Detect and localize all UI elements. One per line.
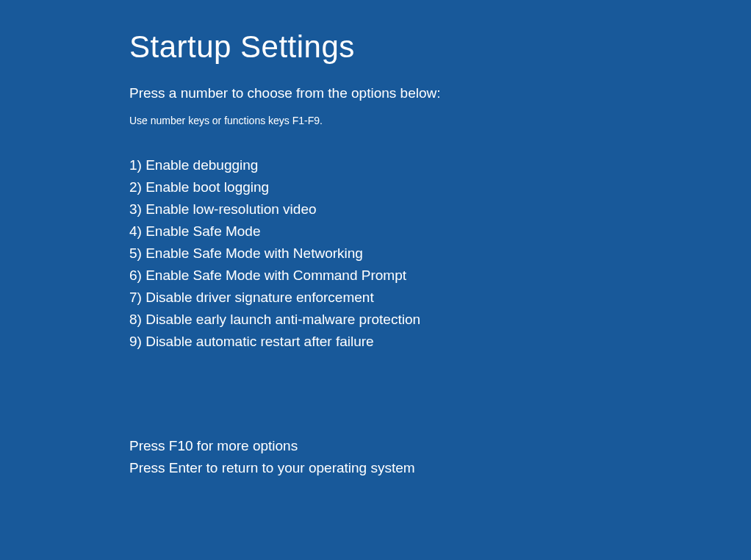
- option-3-low-resolution-video[interactable]: 3) Enable low-resolution video: [129, 198, 751, 220]
- footer: Press F10 for more options Press Enter t…: [129, 435, 751, 479]
- more-options-hint: Press F10 for more options: [129, 435, 751, 457]
- option-9-disable-auto-restart[interactable]: 9) Disable automatic restart after failu…: [129, 331, 751, 353]
- option-8-disable-anti-malware[interactable]: 8) Disable early launch anti-malware pro…: [129, 309, 751, 331]
- instruction-text: Press a number to choose from the option…: [129, 85, 751, 101]
- options-list: 1) Enable debugging 2) Enable boot loggi…: [129, 154, 751, 353]
- option-5-safe-mode-networking[interactable]: 5) Enable Safe Mode with Networking: [129, 243, 751, 265]
- option-1-debugging[interactable]: 1) Enable debugging: [129, 154, 751, 176]
- startup-settings-screen: Startup Settings Press a number to choos…: [0, 0, 751, 479]
- return-os-hint: Press Enter to return to your operating …: [129, 457, 751, 479]
- subinstruction-text: Use number keys or functions keys F1-F9.: [129, 115, 751, 126]
- option-7-disable-driver-sig[interactable]: 7) Disable driver signature enforcement: [129, 287, 751, 309]
- page-title: Startup Settings: [129, 29, 751, 65]
- option-4-safe-mode[interactable]: 4) Enable Safe Mode: [129, 220, 751, 243]
- option-6-safe-mode-cmd[interactable]: 6) Enable Safe Mode with Command Prompt: [129, 265, 751, 287]
- option-2-boot-logging[interactable]: 2) Enable boot logging: [129, 176, 751, 198]
